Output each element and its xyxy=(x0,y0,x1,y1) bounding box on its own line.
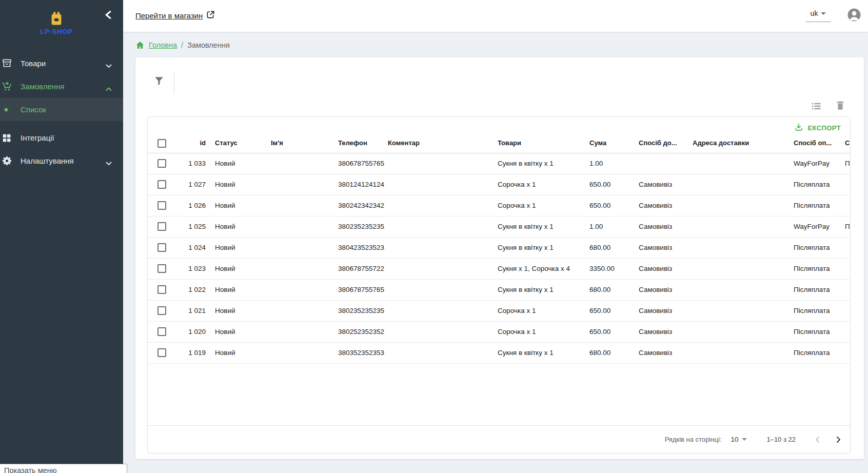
select-caret-icon xyxy=(742,438,747,441)
row-checkbox[interactable] xyxy=(157,222,166,231)
cell-phone: 380678755765 xyxy=(338,153,384,174)
go-to-shop-link[interactable]: Перейти в магазин xyxy=(135,10,215,21)
table-row[interactable]: 1 019 Новий 380352352353 Сукня в квітку … xyxy=(148,343,850,364)
account-avatar-icon[interactable] xyxy=(846,7,862,23)
language-select[interactable]: uk xyxy=(805,9,831,22)
next-page-icon[interactable] xyxy=(832,433,845,446)
row-checkbox[interactable] xyxy=(157,201,166,210)
cell-phone: 380124124124 xyxy=(338,174,384,195)
collapse-sidebar-icon[interactable] xyxy=(104,10,113,19)
cell-sum: 680.00 xyxy=(589,343,610,363)
column-header-comment[interactable]: Коментар xyxy=(388,135,420,151)
select-caret-icon xyxy=(821,12,826,15)
cell-id: 1 019 xyxy=(168,343,206,363)
trash-icon[interactable] xyxy=(835,100,846,111)
column-header-name[interactable]: Ім'я xyxy=(271,135,283,151)
row-checkbox[interactable] xyxy=(157,327,166,336)
cell-delivery: Самовивіз xyxy=(639,174,672,195)
table-row[interactable]: 1 022 Новий 380678755765 Сукня в квітку … xyxy=(148,280,850,301)
row-checkbox[interactable] xyxy=(157,264,166,273)
column-header-status[interactable]: Статус xyxy=(215,135,238,151)
column-header-products[interactable]: Товари xyxy=(498,135,521,151)
cell-id: 1 033 xyxy=(168,153,206,174)
cell-sum: 650.00 xyxy=(589,174,610,195)
cell-payment: Післяплата xyxy=(794,301,830,321)
column-header-id[interactable]: id xyxy=(168,135,206,151)
cell-payment: Післяплата xyxy=(794,280,830,300)
table-row[interactable]: 1 023 Новий 380678755722 Сукня x 1, Соро… xyxy=(148,259,850,280)
table-row[interactable]: 1 026 Новий 380242342342 Сорочка x 1 650… xyxy=(148,195,850,216)
cell-sum: 680.00 xyxy=(589,280,610,300)
table-row[interactable]: 1 021 Новий 380235235235 Сорочка x 1 650… xyxy=(148,301,850,322)
breadcrumb-home-link[interactable]: Головна xyxy=(149,41,177,49)
cell-phone: 380678755722 xyxy=(338,259,384,279)
cell-status: Новий xyxy=(215,301,235,321)
column-list-icon[interactable] xyxy=(811,101,822,112)
cell-products: Сорочка x 1 xyxy=(498,174,536,195)
cell-delivery: Самовивіз xyxy=(639,322,672,342)
cell-payment: Післяплата xyxy=(794,343,830,363)
cell-status: Новий xyxy=(215,343,235,363)
cell-delivery: Самовивіз xyxy=(639,301,672,321)
filter-funnel-icon[interactable] xyxy=(154,76,166,88)
select-all-checkbox[interactable] xyxy=(157,139,166,148)
export-button[interactable]: ЕКСПОРТ xyxy=(791,121,844,135)
column-header-payment[interactable]: Спосіб оп... xyxy=(794,135,832,151)
sidebar-item-label: Товари xyxy=(21,59,46,68)
show-menu-tooltip: Показать меню xyxy=(0,464,127,473)
cell-products: Сорочка x 1 xyxy=(498,195,536,216)
cell-paystatus: Пі xyxy=(845,216,851,237)
cell-products: Сукня в квітку x 1 xyxy=(498,343,554,363)
logo-text: LP-SHOP xyxy=(31,28,82,35)
row-checkbox[interactable] xyxy=(157,243,166,252)
cell-phone: 380678755765 xyxy=(338,280,384,300)
sidebar-item-label: Налаштування xyxy=(21,156,74,165)
cell-products: Сукня в квітку x 1 xyxy=(498,153,554,174)
table-row[interactable]: 1 025 Новий 380235235235 Сукня в квітку … xyxy=(148,216,850,238)
sidebar-item-settings[interactable]: Налаштування xyxy=(0,149,123,172)
row-checkbox[interactable] xyxy=(157,285,166,294)
list-bullet-icon xyxy=(3,107,9,113)
cell-phone: 380235235235 xyxy=(338,216,384,237)
grid-icon xyxy=(1,132,12,144)
row-checkbox[interactable] xyxy=(157,180,166,189)
cell-status: Новий xyxy=(215,280,235,300)
cell-status: Новий xyxy=(215,238,235,258)
cell-payment: Післяплата xyxy=(794,238,830,258)
cell-phone: 380423523523 xyxy=(338,238,384,258)
row-checkbox[interactable] xyxy=(157,348,166,357)
cell-status: Новий xyxy=(215,216,235,237)
table-row[interactable]: 1 033 Новий 380678755765 Сукня в квітку … xyxy=(148,153,850,174)
row-checkbox[interactable] xyxy=(157,159,166,168)
sidebar-item-orders[interactable]: Замовлення xyxy=(0,75,123,98)
cell-id: 1 023 xyxy=(168,259,206,279)
rows-per-page-label: Рядків на сторінці: xyxy=(665,436,722,443)
table-row[interactable]: 1 024 Новий 380423523523 Сукня в квітку … xyxy=(148,238,850,259)
row-checkbox[interactable] xyxy=(157,306,166,315)
sidebar-item-products[interactable]: Товари xyxy=(0,52,123,75)
rows-per-page-select[interactable]: 10 xyxy=(731,436,747,443)
table-row[interactable]: 1 020 Новий 380252352352 Сорочка x 1 650… xyxy=(148,322,850,343)
home-icon xyxy=(135,41,145,50)
table-row[interactable]: 1 027 Новий 380124124124 Сорочка x 1 650… xyxy=(148,174,850,195)
rows-per-page-value: 10 xyxy=(731,436,738,443)
cell-products: Сорочка x 1 xyxy=(498,301,536,321)
column-header-address[interactable]: Адреса доставки xyxy=(693,135,749,151)
chevron-down-icon xyxy=(106,159,112,168)
cell-payment: Післяплата xyxy=(794,195,830,216)
column-header-paystatus[interactable]: С xyxy=(845,135,851,151)
column-header-sum[interactable]: Сума xyxy=(589,135,606,151)
cell-status: Новий xyxy=(215,259,235,279)
cell-payment: Післяплата xyxy=(794,259,830,279)
orders-datagrid-card: ЕКСПОРТ id Статус Ім'я Телефон Коментар … xyxy=(147,116,851,454)
cell-products: Сорочка x 1 xyxy=(498,322,536,342)
column-header-delivery[interactable]: Спосіб до... xyxy=(639,135,677,151)
sidebar-item-orders-list[interactable]: Список xyxy=(0,98,123,121)
filter-divider xyxy=(174,71,174,94)
sidebar-item-label: Список xyxy=(21,105,46,114)
column-header-phone[interactable]: Телефон xyxy=(338,135,367,151)
cell-sum: 1.00 xyxy=(589,153,603,174)
cell-id: 1 024 xyxy=(168,238,206,258)
sidebar-item-integrations[interactable]: Інтеграції xyxy=(0,126,123,149)
cell-id: 1 021 xyxy=(168,301,206,321)
